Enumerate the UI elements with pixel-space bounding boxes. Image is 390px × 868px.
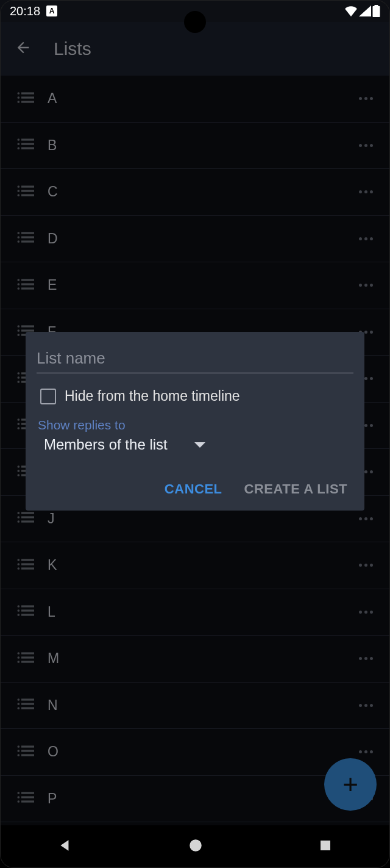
list-name-input[interactable] xyxy=(37,348,353,373)
keyboard-indicator-icon: A xyxy=(46,5,57,16)
wifi-icon xyxy=(344,5,358,16)
cancel-button[interactable]: CANCEL xyxy=(161,476,226,502)
create-list-dialog: Hide from the home timeline Show replies… xyxy=(26,332,364,511)
hide-timeline-checkbox[interactable] xyxy=(40,389,56,404)
svg-rect-97 xyxy=(321,841,330,850)
nav-back-button[interactable] xyxy=(57,838,73,856)
nav-recent-button[interactable] xyxy=(318,838,333,855)
navigation-bar xyxy=(0,825,390,868)
svg-point-96 xyxy=(190,839,202,852)
nav-home-button[interactable] xyxy=(188,838,204,856)
hide-timeline-row[interactable]: Hide from the home timeline xyxy=(37,388,353,404)
create-list-button[interactable]: CREATE A LIST xyxy=(241,476,351,502)
replies-label: Show replies to xyxy=(37,418,353,432)
hide-timeline-label: Hide from the home timeline xyxy=(65,388,240,404)
signal-icon xyxy=(359,5,371,16)
add-list-fab[interactable]: + xyxy=(324,758,377,811)
plus-icon: + xyxy=(342,769,358,800)
replies-dropdown[interactable]: Members of the list xyxy=(37,436,353,453)
replies-value: Members of the list xyxy=(44,436,168,453)
battery-icon xyxy=(372,5,380,17)
status-time: 20:18 xyxy=(10,4,40,18)
dropdown-caret-icon xyxy=(194,442,205,448)
